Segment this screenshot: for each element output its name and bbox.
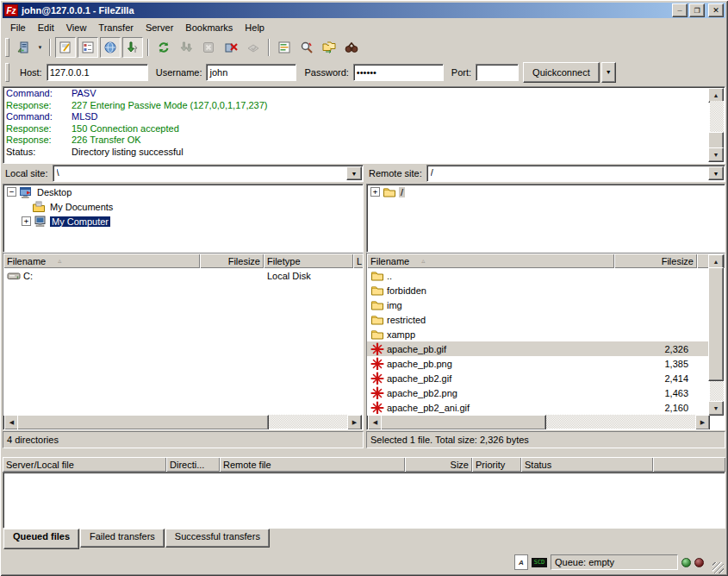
title-bar[interactable]: Fz john@127.0.0.1 - FileZilla [3, 3, 725, 18]
cell-filename: apache_pb2.gif [367, 372, 614, 385]
reconnect-button[interactable] [243, 37, 264, 58]
scroll-thumb[interactable] [708, 267, 724, 381]
local-tree-toggle-button[interactable] [78, 37, 98, 58]
table-row[interactable]: .. [367, 268, 711, 283]
scroll-right-icon[interactable] [695, 415, 710, 430]
scroll-thumb[interactable] [381, 415, 546, 430]
table-row[interactable]: apache_pb.gif2,326 [367, 341, 711, 356]
transfer-type-icon[interactable]: A [514, 554, 528, 570]
chevron-down-icon[interactable] [346, 166, 362, 180]
table-row[interactable]: img [367, 297, 711, 312]
menu-help[interactable]: Help [239, 21, 271, 34]
local-site-combo[interactable]: \ [53, 165, 364, 182]
remote-tree-item[interactable]: +/ [367, 185, 725, 199]
scroll-down-icon[interactable] [708, 401, 724, 416]
table-row[interactable]: apache_pb2_ani.gif2,160 [367, 400, 711, 415]
filter-button[interactable] [341, 37, 362, 58]
menu-transfer[interactable]: Transfer [92, 21, 140, 34]
column-header-filetype[interactable]: Filetype [264, 254, 353, 268]
password-input[interactable] [353, 64, 444, 81]
column-header-filesize[interactable]: Filesize [200, 254, 264, 268]
maximize-button[interactable] [689, 3, 705, 17]
bar-grip [5, 63, 9, 82]
local-tree-item[interactable]: −Desktop [3, 185, 363, 199]
column-header-l[interactable]: L [353, 254, 364, 268]
toolbar-separator [147, 39, 149, 56]
toolbar-separator [268, 39, 270, 56]
log-line-text: 150 Connection accepted [72, 123, 179, 135]
queue-column-priority[interactable]: Priority [472, 457, 521, 472]
log-line-text: MLSD [72, 111, 98, 123]
quickconnect-button[interactable]: Quickconnect [523, 62, 600, 83]
queue-column-directi-[interactable]: Directi... [166, 457, 220, 472]
remote-site-combo[interactable]: / [426, 165, 725, 182]
local-hscrollbar[interactable] [4, 415, 362, 429]
table-row[interactable]: xampp [367, 327, 711, 341]
site-manager-button[interactable] [13, 37, 34, 58]
cell-filename: apache_pb.png [367, 357, 614, 370]
column-header-filename[interactable]: Filename [367, 254, 614, 268]
menu-edit[interactable]: Edit [32, 21, 60, 34]
cell-filesize: 1,385 [614, 359, 692, 369]
computer-icon [34, 215, 47, 228]
scroll-down-icon[interactable] [708, 147, 724, 162]
queue-column-server-local-file[interactable]: Server/Local file [3, 457, 166, 472]
directory-comparison-button[interactable] [274, 37, 295, 58]
menu-bookmarks[interactable]: Bookmarks [179, 21, 239, 34]
close-button[interactable] [708, 3, 724, 17]
table-row[interactable]: apache_pb2.gif2,414 [367, 371, 711, 385]
search-button[interactable] [296, 37, 317, 58]
expander-plus-icon[interactable]: + [370, 187, 380, 197]
site-manager-dropdown-button[interactable] [34, 38, 46, 57]
queue-column-remote-file[interactable]: Remote file [220, 457, 405, 472]
log-scrollbar[interactable] [710, 88, 724, 162]
chevron-down-icon[interactable] [708, 166, 724, 180]
window-title: john@127.0.0.1 - FileZilla [22, 5, 670, 16]
queue-toggle-button[interactable] [122, 37, 143, 58]
tab-failed-transfers[interactable]: Failed transfers [80, 529, 165, 548]
remote-directory-tree: +/ [366, 184, 725, 253]
message-log-toggle-button[interactable] [55, 37, 76, 58]
drive-icon [7, 269, 21, 282]
remote-list-body: ..forbiddenimgrestrictedxamppapache_pb.g… [367, 268, 711, 416]
scroll-thumb[interactable] [708, 132, 724, 149]
host-input[interactable] [47, 64, 148, 81]
speed-limit-icon[interactable]: SCD [532, 558, 547, 567]
scroll-thumb[interactable] [17, 415, 269, 430]
expander-minus-icon[interactable]: − [7, 187, 16, 197]
scroll-right-icon[interactable] [347, 415, 362, 430]
remote-tree-toggle-button[interactable] [100, 37, 121, 58]
queue-column-status[interactable]: Status [521, 457, 653, 472]
cancel-button[interactable] [198, 37, 219, 58]
synchronized-browsing-button[interactable] [319, 37, 339, 58]
bar-grip [5, 38, 9, 57]
queue-column-size[interactable]: Size [405, 457, 472, 472]
table-row[interactable]: apache_pb2.png1,463 [367, 385, 711, 400]
tab-queued-files[interactable]: Queued files [3, 529, 79, 549]
menu-server[interactable]: Server [140, 21, 179, 34]
remote-vscrollbar[interactable] [710, 254, 724, 416]
menu-file[interactable]: File [4, 21, 32, 34]
remote-hscrollbar[interactable] [368, 415, 710, 429]
disconnect-button[interactable] [221, 37, 241, 58]
resize-grip[interactable] [712, 562, 724, 573]
username-input[interactable] [206, 64, 296, 81]
expander-plus-icon[interactable]: + [22, 216, 31, 226]
table-row[interactable]: C:Local Disk [3, 268, 363, 283]
quickconnect-dropdown-button[interactable] [601, 62, 616, 83]
tab-successful-transfers[interactable]: Successful transfers [165, 529, 270, 548]
local-tree-item[interactable]: +My Computer [3, 214, 363, 229]
column-header-filename[interactable]: Filename [3, 254, 200, 268]
process-queue-button[interactable] [176, 37, 196, 58]
table-row[interactable]: restricted [367, 312, 711, 327]
port-input[interactable] [476, 64, 519, 81]
minimize-button[interactable] [672, 3, 688, 17]
column-header-filesize[interactable]: Filesize [614, 254, 697, 268]
menu-view[interactable]: View [60, 21, 93, 34]
table-row[interactable]: apache_pb.png1,385 [367, 356, 711, 371]
table-row[interactable]: forbidden [367, 283, 711, 297]
message-log-toggle-icon [59, 41, 72, 54]
log-line: Response:226 Transfer OK [6, 135, 709, 147]
refresh-button[interactable] [153, 37, 174, 58]
local-tree-item[interactable]: My Documents [3, 199, 363, 214]
